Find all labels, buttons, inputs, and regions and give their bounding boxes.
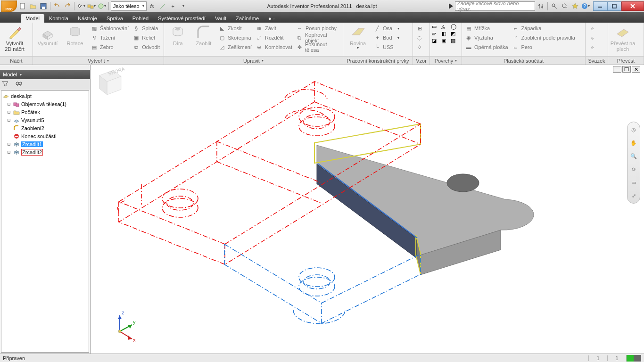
browser-header[interactable]: Model▾ — [0, 70, 90, 79]
surf-icon[interactable]: ▱ — [432, 31, 440, 37]
qat-undo-icon[interactable] — [52, 1, 62, 11]
convert-sheetmetal-button[interactable]: Převést na plech — [610, 24, 636, 52]
close-button[interactable] — [621, 1, 644, 11]
derive-button[interactable]: ⧉Odvodit — [132, 42, 161, 52]
qat-new-icon[interactable] — [18, 1, 27, 11]
infocenter-star-icon[interactable] — [570, 1, 580, 11]
movebodies-button[interactable]: ✥Posunout tělesa — [295, 42, 341, 52]
tab-view[interactable]: Pohled — [128, 14, 153, 23]
fx-button[interactable]: fx — [148, 1, 157, 11]
fillet-button[interactable]: Zaoblit — [192, 24, 216, 46]
ucs-button[interactable]: └USS — [372, 42, 400, 52]
infocenter-sliders-icon[interactable] — [536, 1, 545, 11]
status-chip-gray[interactable] — [634, 355, 641, 362]
tree-node[interactable]: Zaoblení2 — [1, 124, 89, 132]
tab-manage[interactable]: Správa — [102, 14, 128, 23]
tree-node[interactable]: ⊞Zrcadlit2 — [1, 148, 89, 156]
qat-line-icon[interactable] — [158, 1, 167, 11]
hole-button[interactable]: Díra — [166, 24, 190, 46]
tab-online[interactable]: ● ▾ — [264, 14, 280, 23]
tree-expander[interactable]: ⊞ — [6, 117, 12, 123]
surf-icon[interactable]: ▣ — [441, 38, 450, 44]
tab-getstarted[interactable]: Začínáme — [231, 14, 264, 23]
qat-select-icon[interactable]: ▾ — [76, 1, 86, 11]
tab-inspect[interactable]: Kontrola — [44, 14, 73, 23]
style-combo[interactable]: Jako těleso ▾ — [111, 1, 147, 11]
surf-icon[interactable]: ◪ — [432, 38, 440, 44]
qat-material-icon[interactable]: ▾ — [97, 1, 107, 11]
surf-icon[interactable]: ◩ — [451, 31, 459, 37]
nav-home-icon[interactable]: ◎ — [629, 125, 638, 134]
axis-button[interactable]: ╱Osa ▾ — [372, 24, 400, 33]
app-menu-button[interactable]: PRO — [1, 0, 17, 12]
tree-node[interactable]: ⊞Objemová tělesa(1) — [1, 100, 89, 108]
loft-button[interactable]: ▧Šablonování — [90, 24, 130, 33]
filter-icon[interactable] — [2, 81, 8, 88]
status-chip-green[interactable] — [626, 355, 634, 362]
find-icon[interactable] — [16, 81, 22, 88]
surf-icon[interactable]: ◬ — [441, 24, 450, 30]
harness-btn3[interactable]: ⟐ — [587, 42, 597, 52]
rib-button[interactable]: ▤Žebro — [90, 42, 130, 52]
tab-vault[interactable]: Vault — [210, 14, 231, 23]
tree-expander[interactable]: ⊞ — [6, 101, 12, 107]
plane-button[interactable]: Rovina▾ — [345, 24, 371, 50]
copyobj-button[interactable]: ⧉Kopírovat objekt — [295, 33, 341, 42]
qat-save-icon[interactable] — [39, 1, 48, 11]
surf-icon[interactable]: ▭ — [432, 24, 440, 30]
boss-button[interactable]: ◉Výztuha — [464, 33, 509, 42]
infocenter-search-icon[interactable] — [560, 1, 570, 11]
tree-node[interactable]: ⊞Počátek — [1, 108, 89, 116]
circ-pattern-button[interactable]: ◌ — [415, 33, 424, 42]
grill-button[interactable]: ▤Mřížka — [464, 24, 509, 33]
nav-lookat-icon[interactable]: ▭ — [629, 178, 638, 187]
qat-add-icon[interactable]: + — [168, 1, 178, 11]
tree-expander[interactable]: ⊞ — [6, 149, 12, 155]
harness-btn2[interactable]: ⟐ — [587, 33, 597, 42]
surf-icon[interactable]: ◧ — [441, 31, 450, 37]
create-2d-sketch-button[interactable]: Vytvořit 2D náčrt — [2, 24, 27, 52]
tab-env[interactable]: Systémové prostředí — [153, 14, 210, 23]
snap-button[interactable]: ⌐Západka — [511, 24, 576, 33]
tree-expander[interactable]: ⊞ — [6, 141, 12, 147]
mirror-button[interactable]: ◊ — [415, 42, 424, 52]
qat-redo-icon[interactable] — [63, 1, 72, 11]
emboss-button[interactable]: ▣Reliéf — [132, 33, 161, 42]
extrude-button[interactable]: Vysunutí — [35, 24, 60, 46]
infocenter-help-icon[interactable]: ?▾ — [581, 1, 590, 11]
moveface-button[interactable]: ↔Posun plochy — [295, 24, 341, 33]
thread-button[interactable]: ≋Závit — [255, 24, 293, 33]
tree-node[interactable]: ⊞Zrcadlit1 — [1, 140, 89, 148]
tab-model[interactable]: Model — [21, 14, 44, 23]
search-trigger-icon[interactable] — [449, 3, 453, 9]
tree-node[interactable]: Konec součásti — [1, 132, 89, 140]
point-button[interactable]: ✦Bod ▾ — [372, 33, 400, 42]
rest-button[interactable]: ▬Opěrná ploška — [464, 42, 509, 52]
tree-node[interactable]: ⊞Vysunutí5 — [1, 116, 89, 124]
combine-button[interactable]: ⊕Kombinovat — [255, 42, 293, 52]
coil-button[interactable]: §Spirála — [132, 24, 161, 33]
infocenter-key-icon[interactable] — [550, 1, 559, 11]
surf-icon[interactable]: ◯ — [451, 24, 459, 30]
maximize-button[interactable] — [607, 1, 621, 11]
lip-button[interactable]: ⌙Pero — [511, 42, 576, 52]
qat-assembly-icon[interactable]: ▾ — [87, 1, 96, 11]
nav-fullnav-icon[interactable]: ⤢ — [629, 191, 638, 200]
qat-open-icon[interactable] — [28, 1, 38, 11]
graphics-canvas[interactable]: — ❐ ✕ — [91, 65, 644, 354]
surf-icon[interactable]: ▦ — [451, 38, 459, 44]
nav-zoom-icon[interactable]: 🔍 — [629, 151, 638, 161]
search-input[interactable]: Zadejte klíčové slovo nebo výraz. — [455, 1, 535, 11]
nav-orbit-icon[interactable]: ⟳ — [629, 165, 638, 174]
minimize-button[interactable] — [593, 1, 607, 11]
chamfer-button[interactable]: ◣Zkosit — [217, 24, 253, 33]
split-button[interactable]: ⑀Rozdělit — [255, 33, 293, 42]
harness-btn1[interactable]: ⟐ — [587, 24, 597, 33]
tree-root[interactable]: deska.ipt — [1, 92, 89, 100]
browser-close-icon[interactable]: ✕ — [85, 65, 89, 66]
tree-expander[interactable]: ⊞ — [6, 109, 12, 115]
nav-pan-icon[interactable]: ✋ — [629, 138, 638, 148]
draft-button[interactable]: ◿Zešikmení — [217, 42, 253, 52]
revolve-button[interactable]: Rotace — [62, 24, 88, 46]
sweep-button[interactable]: ↯Tažení — [90, 33, 130, 42]
